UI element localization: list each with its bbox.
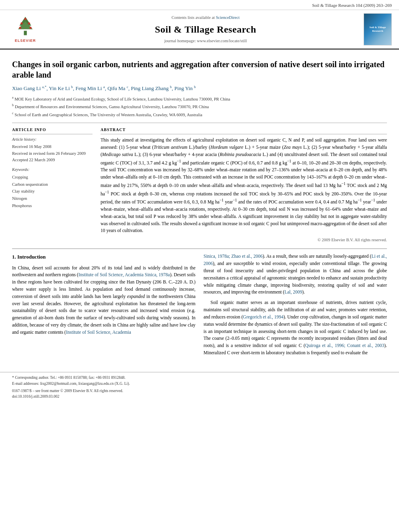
received-date: Received 16 May 2008 Received in revised… xyxy=(12,144,93,164)
svg-point-7 xyxy=(24,18,27,20)
journal-header: ELSEVIER Contents lists available at Sci… xyxy=(0,10,399,49)
elsevier-logo: ELSEVIER xyxy=(7,15,43,43)
intro-heading: 1. Introduction xyxy=(12,253,195,261)
abstract-label: ABSTRACT xyxy=(101,127,387,135)
svg-point-4 xyxy=(28,22,30,25)
article-content: Changes in soil organic carbon, nutrient… xyxy=(0,49,399,368)
article-info-abstract: ARTICLE INFO Article history: Received 1… xyxy=(12,123,387,243)
svg-point-5 xyxy=(19,27,21,29)
authors-line: Xiao Gang Li a,*, Yin Ke Li b, Feng Min … xyxy=(12,84,387,93)
body-two-col: 1. Introduction In China, desert soil ac… xyxy=(12,253,387,359)
intro-para2: Sinica, 1978a; Zhao et al., 2006). As a … xyxy=(204,253,387,296)
keywords-label: Keywords: xyxy=(12,167,93,173)
intro-para1: In China, desert soil accounts for about… xyxy=(12,265,195,336)
footer-doi: 0167-1987/$ – see front matter © 2009 El… xyxy=(12,388,387,400)
elsevier-wordmark: ELSEVIER xyxy=(15,38,36,43)
copyright-line: © 2009 Elsevier B.V. All rights reserved… xyxy=(101,237,387,243)
article-history: Article history: Received 16 May 2008 Re… xyxy=(12,137,93,164)
article-info-label: ARTICLE INFO xyxy=(12,127,93,135)
svg-rect-0 xyxy=(24,31,27,35)
affiliations: a MOE Key Laboratory of Arid and Grassla… xyxy=(12,95,387,118)
section-divider xyxy=(12,249,387,249)
article-title: Changes in soil organic carbon, nutrient… xyxy=(12,59,387,80)
svg-point-6 xyxy=(29,27,32,29)
article-info-col: ARTICLE INFO Article history: Received 1… xyxy=(12,127,93,243)
body-col-right: Sinica, 1978a; Zhao et al., 2006). As a … xyxy=(204,253,387,359)
footer-correspondence: * Corresponding author. Tel.: +86 0931 8… xyxy=(12,375,387,387)
journal-cover-image: Soil & Tillage Research xyxy=(364,13,392,45)
elsevier-tree-icon xyxy=(13,15,37,37)
abstract-text: This study aimed at investigating the ef… xyxy=(101,137,387,234)
abstract-col: ABSTRACT This study aimed at investigati… xyxy=(101,127,387,243)
intro-para3: Soil organic matter serves as an importa… xyxy=(204,299,387,357)
keywords-section: Keywords: Cropping Carbon sequestration … xyxy=(12,167,93,210)
journal-homepage: journal homepage: www.elsevier.com/locat… xyxy=(47,38,364,44)
svg-point-3 xyxy=(21,22,23,25)
journal-title: Soil & Tillage Research xyxy=(47,23,364,37)
journal-citation: Soil & Tillage Research 104 (2009) 263–2… xyxy=(0,0,399,10)
footer-area: * Corresponding author. Tel.: +86 0931 8… xyxy=(0,372,399,402)
keywords-list: Cropping Carbon sequestration Clay stabi… xyxy=(12,174,93,210)
journal-center: Contents lists available at ScienceDirec… xyxy=(47,14,364,44)
sciencedirect-info: Contents lists available at ScienceDirec… xyxy=(47,14,364,21)
body-col-left: 1. Introduction In China, desert soil ac… xyxy=(12,253,195,359)
history-label: Article history: xyxy=(12,137,93,143)
